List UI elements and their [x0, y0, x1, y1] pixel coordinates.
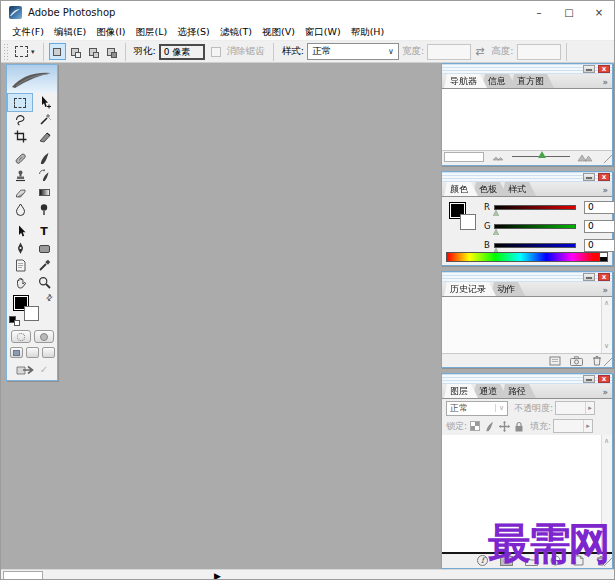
- fullscreen-menubar-mode-button[interactable]: [26, 347, 39, 358]
- zoom-in-icon[interactable]: [577, 152, 593, 162]
- color-spectrum-bar[interactable]: [446, 252, 608, 262]
- close-panel-icon[interactable]: x: [598, 65, 610, 73]
- options-grip[interactable]: [3, 43, 8, 61]
- new-snapshot-icon[interactable]: [570, 356, 583, 366]
- minimize-button[interactable]: –: [524, 1, 554, 23]
- close-button[interactable]: ×: [584, 1, 614, 23]
- menu-layer[interactable]: 图层(L): [131, 24, 173, 40]
- panel-menu-icon[interactable]: »: [602, 387, 608, 397]
- tab-channels[interactable]: 通道: [473, 384, 507, 398]
- tab-actions[interactable]: 动作: [491, 282, 525, 296]
- zoom-tool[interactable]: [32, 274, 56, 291]
- lock-transparency-icon[interactable]: [470, 421, 480, 431]
- blue-slider[interactable]: [494, 243, 576, 248]
- standard-mode-button[interactable]: [11, 330, 31, 343]
- tab-navigator[interactable]: 导航器: [444, 74, 487, 88]
- tab-history[interactable]: 历史记录: [444, 282, 496, 296]
- eyedropper-tool[interactable]: [32, 257, 56, 274]
- panel-menu-icon[interactable]: »: [602, 185, 608, 195]
- lock-position-icon[interactable]: [499, 421, 510, 432]
- default-colors-icon[interactable]: [9, 316, 20, 326]
- tab-histogram[interactable]: 直方图: [511, 74, 554, 88]
- new-selection-button[interactable]: [49, 43, 66, 60]
- field-arrow-icon[interactable]: ▸: [583, 420, 592, 432]
- slice-tool[interactable]: [32, 128, 56, 145]
- red-value-input[interactable]: 0: [584, 201, 615, 214]
- tab-swatches[interactable]: 色板: [473, 182, 507, 196]
- dodge-tool[interactable]: [32, 201, 56, 218]
- maximize-button[interactable]: □: [554, 1, 584, 23]
- brush-tool[interactable]: [32, 150, 56, 167]
- scroll-up-icon[interactable]: ∧: [602, 437, 611, 446]
- spectrum-bw-end[interactable]: [599, 253, 607, 261]
- history-scrollbar[interactable]: ∧ ∨: [601, 297, 612, 353]
- navigator-zoom-slider[interactable]: [512, 156, 570, 157]
- blue-value-input[interactable]: 0: [584, 239, 615, 252]
- antialias-checkbox[interactable]: [211, 47, 221, 57]
- menu-window[interactable]: 窗口(W): [300, 24, 346, 40]
- green-value-input[interactable]: 0: [584, 220, 615, 233]
- tab-paths[interactable]: 路径: [502, 384, 536, 398]
- panel-menu-icon[interactable]: »: [602, 77, 608, 87]
- tab-info[interactable]: 信息: [482, 74, 516, 88]
- zoom-percentage-input[interactable]: [3, 571, 43, 580]
- healing-brush-tool[interactable]: [8, 150, 32, 167]
- history-panel-header[interactable]: x: [442, 272, 612, 282]
- slider-thumb[interactable]: [493, 210, 499, 216]
- background-color-swatch[interactable]: [24, 306, 39, 321]
- tab-styles[interactable]: 样式: [502, 182, 536, 196]
- minimize-panel-icon[interactable]: [583, 173, 595, 181]
- menu-help[interactable]: 帮助(H): [346, 24, 390, 40]
- intersect-selection-button[interactable]: [103, 43, 120, 60]
- move-tool[interactable]: [32, 94, 56, 111]
- background-color-swatch[interactable]: [460, 214, 476, 230]
- red-slider[interactable]: [494, 205, 576, 210]
- green-slider[interactable]: [494, 224, 576, 229]
- status-menu-arrow-icon[interactable]: ▶: [214, 570, 221, 580]
- new-document-from-state-icon[interactable]: [549, 356, 561, 366]
- close-panel-icon[interactable]: x: [598, 375, 610, 383]
- minimize-panel-icon[interactable]: [583, 375, 595, 383]
- history-brush-tool[interactable]: [32, 167, 56, 184]
- menu-image[interactable]: 图像(I): [91, 24, 130, 40]
- panel-menu-icon[interactable]: »: [602, 285, 608, 295]
- panel-resize-grip[interactable]: [604, 358, 612, 366]
- scroll-down-icon[interactable]: ∨: [602, 342, 611, 351]
- close-panel-icon[interactable]: x: [598, 273, 610, 281]
- slider-thumb[interactable]: [493, 229, 499, 235]
- close-panel-icon[interactable]: x: [598, 173, 610, 181]
- menu-filter[interactable]: 滤镜(T): [215, 24, 257, 40]
- add-to-selection-button[interactable]: [67, 43, 84, 60]
- zoom-out-icon[interactable]: [492, 153, 504, 161]
- color-panel-header[interactable]: x: [442, 172, 612, 182]
- eraser-tool[interactable]: [8, 184, 32, 201]
- slider-thumb[interactable]: [538, 151, 546, 158]
- lock-pixels-brush-icon[interactable]: [484, 421, 495, 432]
- blur-tool[interactable]: [8, 201, 32, 218]
- standard-screen-mode-button[interactable]: [10, 347, 23, 358]
- edit-in-imageready-icon[interactable]: [16, 363, 36, 376]
- rectangular-marquee-tool[interactable]: [8, 94, 32, 111]
- blend-mode-dropdown[interactable]: 正常 ∨: [446, 401, 508, 416]
- tool-preset-picker[interactable]: ▾: [12, 44, 38, 59]
- panel-resize-grip[interactable]: [604, 155, 612, 163]
- layers-panel-header[interactable]: x: [442, 374, 612, 384]
- shape-tool[interactable]: [32, 240, 56, 257]
- delete-trash-icon[interactable]: [592, 355, 602, 366]
- tab-color[interactable]: 颜色: [444, 182, 478, 196]
- magic-wand-tool[interactable]: [32, 111, 56, 128]
- notes-tool[interactable]: [8, 257, 32, 274]
- toolbox-feather-logo[interactable]: [7, 65, 57, 93]
- navigator-panel-header[interactable]: x: [442, 64, 612, 74]
- swap-dimensions-icon[interactable]: ⇄: [475, 45, 484, 58]
- lock-all-icon[interactable]: [514, 421, 524, 432]
- scroll-up-icon[interactable]: ∧: [602, 299, 611, 308]
- clone-stamp-tool[interactable]: [8, 167, 32, 184]
- menu-edit[interactable]: 编辑(E): [49, 24, 91, 40]
- path-selection-tool[interactable]: [8, 223, 32, 240]
- minimize-panel-icon[interactable]: [583, 65, 595, 73]
- menu-file[interactable]: 文件(F): [7, 24, 49, 40]
- fill-input[interactable]: ▸: [553, 419, 593, 433]
- lasso-tool[interactable]: [8, 111, 32, 128]
- width-input[interactable]: [427, 44, 471, 60]
